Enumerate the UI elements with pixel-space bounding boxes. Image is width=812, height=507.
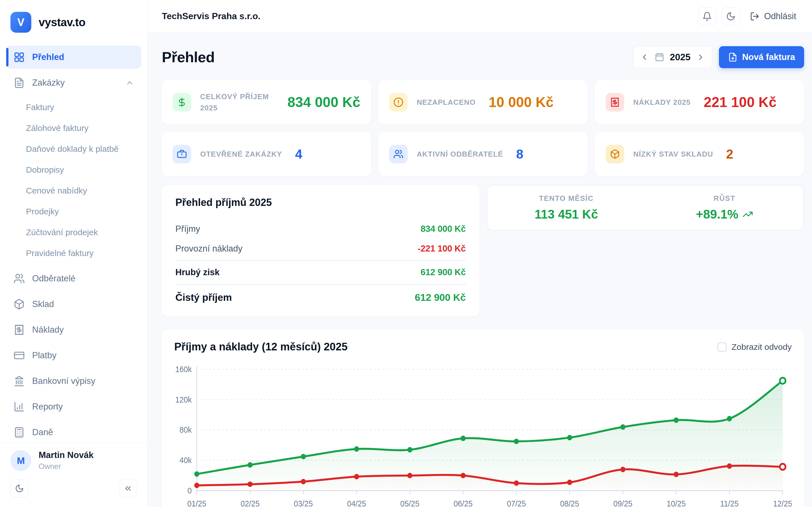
avatar: M — [10, 450, 31, 471]
income-row-value: 612 900 Kč — [421, 267, 466, 277]
profile-name: Martin Novák — [39, 450, 94, 460]
sidebar-subitem[interactable]: Cenové nabídky — [6, 180, 141, 201]
stat-card: NÍZKÝ STAV SKLADU2 — [595, 132, 804, 176]
sidebar-item-label: Náklady — [32, 325, 64, 335]
grid-icon — [13, 52, 25, 63]
topbar-actions: Odhlásit — [698, 7, 796, 25]
checkbox-label: Zobrazit odvody — [732, 342, 792, 352]
svg-text:08/25: 08/25 — [560, 499, 579, 507]
stat-value: 8 — [516, 147, 523, 162]
package-icon — [606, 145, 624, 163]
company-name: TechServis Praha s.r.o. — [162, 11, 260, 21]
svg-text:80k: 80k — [179, 425, 192, 434]
next-year-button[interactable] — [696, 53, 705, 62]
this-month-value: 113 451 Kč — [535, 207, 598, 221]
sidebar-subitem[interactable]: Zúčtování prodejek — [6, 222, 141, 243]
sidebar-item-label: Platby — [32, 350, 56, 360]
income-row-label: Čistý příjem — [175, 292, 232, 303]
income-summary-card: Přehled příjmů 2025 Příjmy834 000 KčProv… — [162, 185, 479, 317]
svg-text:06/25: 06/25 — [454, 499, 473, 507]
moon-icon — [15, 484, 24, 493]
sidebar-item-naklady[interactable]: Náklady — [6, 318, 141, 341]
file-text-icon — [13, 77, 25, 89]
content: Přehled 2025 Nová faktura CE — [148, 33, 812, 507]
year-value: 2025 — [670, 52, 691, 62]
checkbox-box[interactable] — [718, 342, 726, 351]
income-row-label: Příjmy — [175, 224, 200, 234]
sidebar-subitem[interactable]: Prodejky — [6, 201, 141, 222]
calendar-icon — [655, 52, 664, 62]
income-row: Hrubý zisk612 900 Kč — [175, 263, 466, 282]
sidebar-item-sklad[interactable]: Sklad — [6, 293, 141, 316]
sidebar-item-odberatele[interactable]: Odběratelé — [6, 267, 141, 290]
svg-text:11/25: 11/25 — [720, 499, 739, 507]
income-row-label: Hrubý zisk — [175, 267, 220, 277]
growth-label: RŮST — [696, 194, 753, 203]
landmark-icon — [13, 376, 25, 387]
sidebar-subitem[interactable]: Faktury — [6, 97, 141, 118]
svg-text:40k: 40k — [179, 456, 192, 465]
income-costs-chart: 040k80k120k160k01/2502/2503/2504/2505/25… — [174, 360, 792, 507]
sidebar-subitem[interactable]: Pravidelné faktury — [6, 243, 141, 264]
stat-card: AKTIVNÍ ODBĚRATELÉ8 — [378, 132, 588, 176]
sidebar-item-prehled[interactable]: Přehled — [6, 46, 141, 69]
theme-toggle-button[interactable] — [722, 7, 740, 25]
income-summary-title: Přehled příjmů 2025 — [175, 196, 466, 209]
sidebar: V vystav.to PřehledZakázkyFakturyZálohov… — [0, 0, 148, 507]
stat-card: CELKOVÝ PŘÍJEM 2025834 000 Kč — [162, 80, 371, 124]
notifications-button[interactable] — [698, 7, 716, 25]
divider — [175, 260, 466, 261]
stats-grid: CELKOVÝ PŘÍJEM 2025834 000 KčNEZAPLACENO… — [162, 80, 804, 176]
file-plus-icon — [728, 52, 738, 62]
sidebar-item-label: Odběratelé — [32, 274, 75, 284]
profile-text: Martin Novák Owner — [39, 450, 94, 471]
sidebar-item-bankovni-vypisy[interactable]: Bankovní výpisy — [6, 370, 141, 393]
this-month-cell: TENTO MĚSÍC 113 451 Kč — [535, 194, 598, 221]
svg-text:07/25: 07/25 — [507, 499, 526, 507]
sidebar-item-label: Sklad — [32, 299, 54, 309]
chart-card: Příjmy a náklady (12 měsíců) 2025 Zobraz… — [162, 330, 804, 507]
svg-text:160k: 160k — [175, 365, 192, 374]
sidebar-subitem[interactable]: Dobropisy — [6, 159, 141, 180]
brand-name: vystav.to — [39, 16, 86, 29]
stat-value: 834 000 Kč — [287, 94, 360, 110]
sidebar-item-platby[interactable]: Platby — [6, 344, 141, 367]
chevron-left-icon — [640, 53, 649, 62]
sidebar-nav: PřehledZakázkyFakturyZálohové fakturyDaň… — [0, 40, 147, 443]
brand: V vystav.to — [0, 0, 147, 40]
bar-chart-icon — [13, 401, 25, 412]
sidebar-item-label: Daně — [32, 427, 53, 438]
growth-value: +89.1% — [696, 207, 753, 221]
chevrons-left-icon — [123, 484, 133, 493]
logout-icon — [750, 11, 760, 21]
svg-text:10/25: 10/25 — [666, 499, 686, 507]
previous-year-button[interactable] — [640, 53, 649, 62]
users-icon — [13, 273, 25, 284]
sidebar-subitem[interactable]: Zálohové faktury — [6, 118, 141, 138]
user-profile[interactable]: M Martin Novák Owner — [0, 443, 147, 475]
show-levies-checkbox[interactable]: Zobrazit odvody — [718, 342, 792, 352]
chevron-right-icon — [696, 53, 705, 62]
sidebar-item-reporty[interactable]: Reporty — [6, 395, 141, 418]
sidebar-subitem[interactable]: Daňové doklady k platbě — [6, 138, 141, 159]
page-title: Přehled — [162, 49, 214, 66]
logout-button[interactable]: Odhlásit — [750, 11, 796, 21]
income-row-value: 834 000 Kč — [421, 224, 466, 234]
sidebar-item-zakazky[interactable]: Zakázky — [6, 71, 141, 94]
svg-text:12/25: 12/25 — [773, 499, 792, 507]
brand-logo: V — [10, 12, 31, 33]
collapse-sidebar-button[interactable] — [119, 480, 137, 497]
receipt-icon — [606, 93, 624, 112]
profile-role: Owner — [39, 462, 94, 471]
new-invoice-button[interactable]: Nová faktura — [719, 46, 804, 68]
stat-value: 10 000 Kč — [489, 94, 554, 110]
income-row: Příjmy834 000 Kč — [175, 219, 466, 239]
svg-text:120k: 120k — [175, 395, 192, 404]
sidebar-item-dane[interactable]: Daně — [6, 421, 141, 443]
dark-mode-toggle-button[interactable] — [10, 480, 29, 497]
sidebar-submenu: FakturyZálohové fakturyDaňové doklady k … — [6, 97, 141, 264]
users-icon — [389, 145, 408, 163]
logout-label: Odhlásit — [764, 11, 796, 21]
svg-text:04/25: 04/25 — [347, 499, 366, 507]
page-head-actions: 2025 Nová faktura — [633, 46, 804, 68]
